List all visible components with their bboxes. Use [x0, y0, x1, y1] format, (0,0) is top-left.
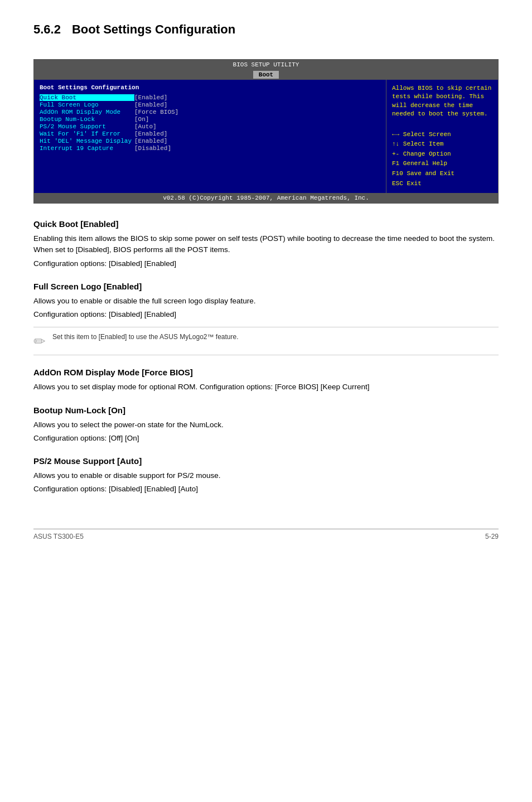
section-body: Allows you to enable or disable support … — [33, 470, 499, 481]
bios-item-row: Wait For 'F1' If Error[Enabled] — [40, 131, 380, 137]
bios-keys: ←→ Select Screen↑↓ Select Item+- Change … — [392, 130, 492, 189]
bios-item-row: Quick Boot[Enabled] — [40, 94, 380, 101]
bios-item-value: [Force BIOS] — [134, 109, 178, 115]
section-config: Configuration options: [Disabled] [Enabl… — [33, 309, 499, 320]
doc-section-bootup-numlock: Bootup Num-Lock [On]Allows you to select… — [33, 405, 499, 445]
section-config: Configuration options: [Off] [On] — [33, 433, 499, 444]
bios-key: ↑↓ Select Item — [392, 139, 492, 149]
section-number: 5.6.2 — [33, 22, 61, 37]
bios-section-title: Boot Settings Configuration — [40, 84, 380, 91]
bios-item-value: [On] — [134, 116, 149, 123]
bios-tab-row: Boot — [34, 70, 498, 80]
section-body: Allows you to select the power-on state … — [33, 419, 499, 431]
bios-item-name: PS/2 Mouse Support — [40, 123, 134, 130]
section-heading: Quick Boot [Enabled] — [33, 219, 499, 229]
bios-items: Quick Boot[Enabled]Full Screen Logo[Enab… — [40, 94, 380, 152]
bios-key: ESC Exit — [392, 179, 492, 189]
bios-item-value: [Enabled] — [134, 131, 167, 137]
bios-item-name: AddOn ROM Display Mode — [40, 109, 134, 115]
bios-item-value: [Enabled] — [134, 138, 167, 144]
bios-item-name: Bootup Num-Lock — [40, 116, 134, 123]
doc-section-addon-rom: AddOn ROM Display Mode [Force BIOS]Allow… — [33, 368, 499, 393]
bios-item-row: AddOn ROM Display Mode[Force BIOS] — [40, 109, 380, 115]
page-title: Boot Settings Configuration — [72, 22, 235, 37]
note-icon: ✏ — [33, 333, 46, 350]
bios-item-name: Interrupt 19 Capture — [40, 145, 134, 152]
bios-item-value: [Disabled] — [134, 145, 171, 152]
bios-header: BIOS SETUP UTILITY — [34, 60, 498, 70]
bios-item-name: Full Screen Logo — [40, 102, 134, 108]
footer-right: 5-29 — [485, 533, 499, 540]
section-config: Configuration options: [Disabled] [Enabl… — [33, 484, 499, 495]
bios-screenshot: BIOS SETUP UTILITY Boot Boot Settings Co… — [33, 59, 499, 204]
bios-key: F1 General Help — [392, 159, 492, 169]
section-heading: AddOn ROM Display Mode [Force BIOS] — [33, 368, 499, 377]
doc-section-ps2-mouse: PS/2 Mouse Support [Auto]Allows you to e… — [33, 456, 499, 495]
note-text: Set this item to [Enabled] to use the AS… — [52, 332, 239, 342]
section-heading: Full Screen Logo [Enabled] — [33, 282, 499, 291]
doc-sections: Quick Boot [Enabled]Enabling this item a… — [33, 219, 499, 495]
section-body: Allows you to set display mode for optio… — [33, 381, 499, 393]
bios-item-value: [Enabled] — [134, 94, 167, 101]
bios-item-value: [Enabled] — [134, 102, 167, 108]
section-heading: Bootup Num-Lock [On] — [33, 405, 499, 415]
section-body: Allows you to enable or disable the full… — [33, 296, 499, 307]
page-footer: ASUS TS300-E5 5-29 — [33, 529, 499, 540]
footer-left: ASUS TS300-E5 — [33, 533, 84, 540]
bios-tab-boot: Boot — [253, 71, 279, 79]
bios-key: ←→ Select Screen — [392, 130, 492, 140]
bios-item-row: Interrupt 19 Capture[Disabled] — [40, 145, 380, 152]
doc-section-full-screen-logo: Full Screen Logo [Enabled]Allows you to … — [33, 282, 499, 356]
bios-key: F10 Save and Exit — [392, 169, 492, 179]
doc-section-quick-boot: Quick Boot [Enabled]Enabling this item a… — [33, 219, 499, 269]
bios-item-name: Hit 'DEL' Message Display — [40, 138, 134, 144]
bios-item-value: [Auto] — [134, 123, 157, 130]
section-heading: PS/2 Mouse Support [Auto] — [33, 456, 499, 466]
bios-key: +- Change Option — [392, 149, 492, 160]
bios-item-name: Quick Boot — [40, 94, 134, 101]
bios-help-text: Allows BIOS to skip certain tests while … — [392, 84, 492, 119]
section-body: Enabling this item allows the BIOS to sk… — [33, 233, 499, 256]
bios-item-row: PS/2 Mouse Support[Auto] — [40, 123, 380, 130]
bios-item-row: Hit 'DEL' Message Display[Enabled] — [40, 138, 380, 144]
note-box: ✏Set this item to [Enabled] to use the A… — [33, 327, 499, 355]
bios-footer: v02.58 (C)Copyright 1985-2007, American … — [34, 193, 498, 203]
section-config: Configuration options: [Disabled] [Enabl… — [33, 258, 499, 269]
bios-item-name: Wait For 'F1' If Error — [40, 131, 134, 137]
bios-item-row: Bootup Num-Lock[On] — [40, 116, 380, 123]
bios-item-row: Full Screen Logo[Enabled] — [40, 102, 380, 108]
